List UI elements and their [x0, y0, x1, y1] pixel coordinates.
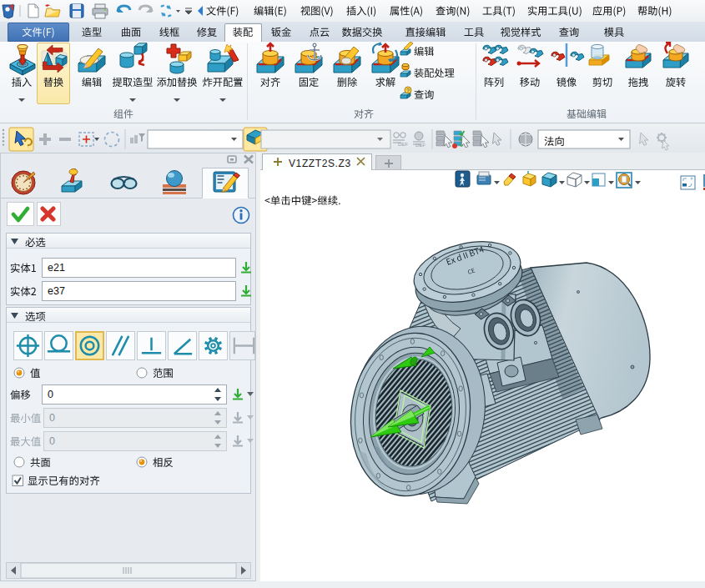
svg-text:DEF: DEF — [415, 143, 426, 148]
svg-text:DEF: DEF — [398, 142, 408, 147]
svg-text:?: ? — [406, 88, 410, 93]
